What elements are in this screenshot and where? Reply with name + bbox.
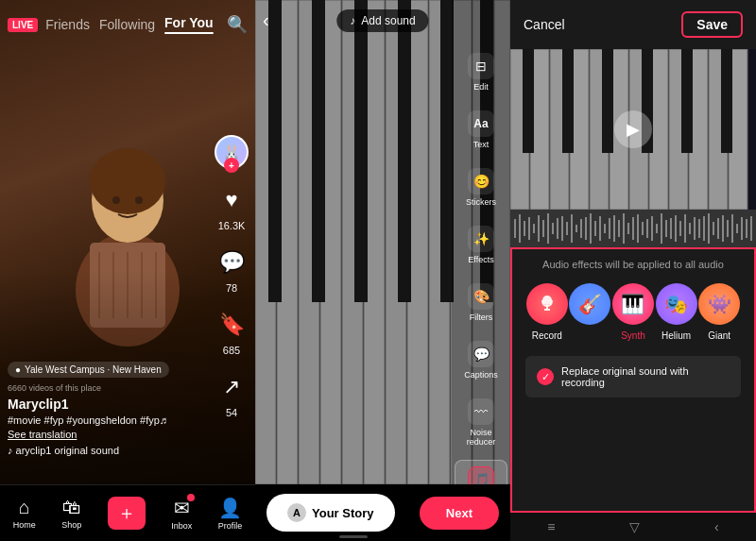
story-button[interactable]: A Your Story xyxy=(266,494,395,532)
synth1-icon: 🎸 xyxy=(569,283,610,325)
giant-icon: 👾 xyxy=(698,283,740,325)
bottom-nav: ⌂ Home 🛍 Shop ＋ ✉ Inbox 👤 Profile xyxy=(0,484,255,541)
nav-following[interactable]: Following xyxy=(99,17,155,32)
profile-icon: 👤 xyxy=(218,497,242,519)
toolbar-filters[interactable]: 🎨 Filters xyxy=(455,278,507,328)
sound-tag[interactable]: ♪ aryclip1 original sound xyxy=(8,445,203,456)
filters-label: Filters xyxy=(470,313,493,322)
profile-label: Profile xyxy=(218,521,243,531)
nav-profile[interactable]: 👤 Profile xyxy=(218,497,243,531)
story-avatar: A xyxy=(287,503,306,522)
share-count: 54 xyxy=(226,407,237,418)
record-icon xyxy=(526,283,568,325)
comment-icon: 💬 xyxy=(214,245,249,280)
see-translation[interactable]: See translation xyxy=(8,429,203,440)
live-badge: LIVE xyxy=(8,18,38,32)
nav-inbox[interactable]: ✉ Inbox xyxy=(171,497,192,531)
nav-home[interactable]: ⌂ Home xyxy=(13,497,36,530)
audio-bottom-nav: ≡ ▽ ‹ xyxy=(510,513,756,541)
gesture-bar xyxy=(255,532,452,541)
effect-giant[interactable]: 👾 Giant xyxy=(697,283,741,341)
comment-action[interactable]: 💬 78 xyxy=(214,245,249,294)
synth2-icon: 🎹 xyxy=(612,283,654,325)
add-sound-label: Add sound xyxy=(361,14,415,27)
bookmark-count: 685 xyxy=(223,345,240,356)
effects-icon: ✨ xyxy=(468,226,494,252)
comment-count: 78 xyxy=(226,282,237,294)
helium-icon: 🎭 xyxy=(656,283,697,325)
follow-button[interactable]: + xyxy=(224,158,239,173)
effect-record[interactable]: Record xyxy=(525,283,569,341)
nav-friends[interactable]: Friends xyxy=(45,17,90,32)
avatar[interactable]: 🐰 + xyxy=(215,135,249,169)
toolbar-edit[interactable]: ⊟ Edit xyxy=(455,47,507,97)
audio-effects-section: Audio effects will be applied to all aud… xyxy=(510,247,756,513)
inbox-dot xyxy=(187,494,195,501)
effects-title: Audio effects will be applied to all aud… xyxy=(525,259,741,270)
effect-synth1[interactable]: 🎸 xyxy=(569,283,612,330)
audio-panel: Cancel Save xyxy=(510,0,756,541)
share-icon: ↗ xyxy=(214,369,249,405)
toolbar-effects[interactable]: ✨ Effects xyxy=(455,220,507,270)
feed-info: ● Yale West Campus · New Haven 6660 vide… xyxy=(8,360,203,456)
play-button[interactable]: ▶ xyxy=(614,110,652,148)
gesture-right: ‹ xyxy=(714,519,719,534)
toolbar-text[interactable]: Aa Text xyxy=(455,105,507,155)
story-label: Your Story xyxy=(312,506,374,520)
synth2-label: Synth xyxy=(621,330,645,341)
save-button[interactable]: Save xyxy=(681,11,743,38)
edit-icon: ⊟ xyxy=(468,53,494,79)
replace-label: Replace original sound with recording xyxy=(561,365,730,388)
feed-header: LIVE Friends Following For You 🔍 xyxy=(0,0,255,49)
next-button[interactable]: Next xyxy=(420,497,499,530)
home-label: Home xyxy=(13,520,36,530)
audio-header: Cancel Save xyxy=(510,0,756,49)
text-label: Text xyxy=(473,140,490,149)
nav-shop[interactable]: 🛍 Shop xyxy=(61,497,81,530)
giant-label: Giant xyxy=(708,330,730,341)
location-tag[interactable]: ● Yale West Campus · New Haven xyxy=(8,362,169,378)
back-arrow[interactable]: ‹ xyxy=(263,9,269,31)
share-action[interactable]: ↗ 54 xyxy=(214,369,249,418)
gesture-indicator xyxy=(339,535,368,538)
stickers-label: Stickers xyxy=(466,197,496,207)
filters-icon: 🎨 xyxy=(468,283,494,310)
record-label: Record xyxy=(532,330,562,341)
effect-helium[interactable]: 🎭 Helium xyxy=(655,283,698,341)
nav-add[interactable]: ＋ xyxy=(108,497,146,530)
home-icon: ⌂ xyxy=(19,497,30,518)
edit-label: Edit xyxy=(473,82,489,92)
replace-sound-row[interactable]: ✓ Replace original sound with recording xyxy=(525,356,741,397)
nav-for-you[interactable]: For You xyxy=(164,15,214,34)
feed-right-icons: 🐰 + ♥ 16.3K 💬 78 🔖 685 ↗ 54 xyxy=(214,135,249,418)
captions-label: Captions xyxy=(464,370,498,380)
audio-video-preview[interactable]: ▶ xyxy=(510,49,756,210)
shop-label: Shop xyxy=(61,520,81,530)
effect-synth2[interactable]: 🎹 Synth xyxy=(611,283,655,341)
noise-icon: 〰 xyxy=(468,398,494,425)
toolbar-noise[interactable]: 〰 Noise reducer xyxy=(455,393,507,452)
replace-checkbox[interactable]: ✓ xyxy=(537,368,554,385)
noise-label: Noise reducer xyxy=(458,428,504,447)
cancel-button[interactable]: Cancel xyxy=(524,17,565,32)
editor-panel: ‹ ♪ Add sound ⊟ Edit Aa Text 😊 Stickers … xyxy=(255,0,510,541)
gesture-left: ≡ xyxy=(547,519,555,534)
like-action[interactable]: ♥ 16.3K xyxy=(214,182,249,231)
effects-row: Record 🎸 🎹 Synth 🎭 Hel xyxy=(525,283,741,341)
helium-label: Helium xyxy=(662,330,691,341)
add-icon: ＋ xyxy=(108,497,146,530)
music-icon: ♪ xyxy=(350,14,355,27)
feed-panel: LIVE Friends Following For You 🔍 🐰 + ♥ 1… xyxy=(0,0,255,541)
search-icon[interactable]: 🔍 xyxy=(227,14,248,35)
toolbar-stickers[interactable]: 😊 Stickers xyxy=(455,162,507,212)
gesture-center: ▽ xyxy=(629,519,640,534)
bookmark-action[interactable]: 🔖 685 xyxy=(214,307,249,356)
location-dot: ● xyxy=(15,364,21,375)
captions-icon: 💬 xyxy=(468,341,494,367)
add-sound-bar[interactable]: ♪ Add sound xyxy=(336,9,428,32)
toolbar-captions[interactable]: 💬 Captions xyxy=(455,335,507,385)
username[interactable]: Maryclip1 xyxy=(8,397,203,412)
bookmark-icon: 🔖 xyxy=(214,307,249,343)
effects-label: Effects xyxy=(468,255,493,264)
like-count: 16.3K xyxy=(218,220,246,231)
